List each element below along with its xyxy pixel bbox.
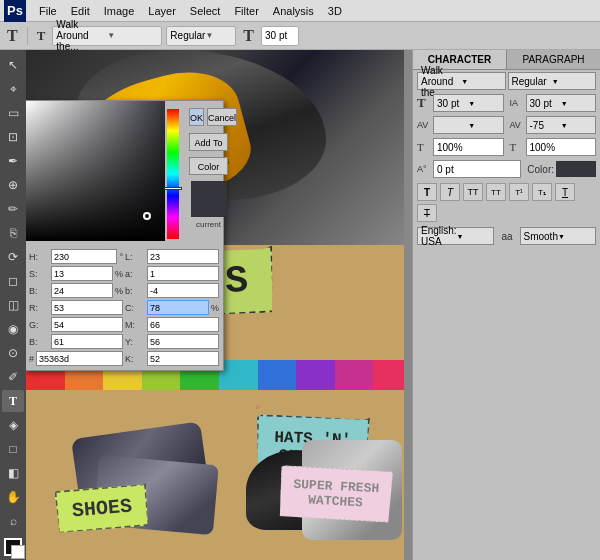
s-value[interactable]: 13 <box>51 266 113 281</box>
b3-value[interactable]: -4 <box>147 283 219 298</box>
sep1 <box>27 27 28 45</box>
menu-3d[interactable]: 3D <box>321 3 349 19</box>
tool-pen[interactable]: ✐ <box>2 366 24 388</box>
rp-aa-select[interactable]: Smooth ▼ <box>520 227 597 245</box>
sat-row: S: 13 % <box>29 266 123 281</box>
a-label: a: <box>125 269 145 279</box>
tool-clone[interactable]: ⎘ <box>2 222 24 244</box>
tool-move[interactable]: ↖ <box>2 54 24 76</box>
r-value[interactable]: 53 <box>51 300 123 315</box>
rp-tracking-select[interactable]: -75 ▼ <box>526 116 597 134</box>
tool-shape[interactable]: □ <box>2 438 24 460</box>
right-panel: CHARACTER PARAGRAPH Walk Around the... ▼… <box>412 50 600 560</box>
style-bold-btn[interactable]: T <box>417 183 437 201</box>
strip-color-item <box>335 360 374 390</box>
y-value[interactable]: 56 <box>147 334 219 349</box>
font-size-field[interactable]: 30 pt <box>261 26 299 46</box>
k-label: K: <box>125 354 145 364</box>
menu-image[interactable]: Image <box>97 3 142 19</box>
rp-kerning-select[interactable]: ▼ <box>433 116 504 134</box>
tool-eraser[interactable]: ◻ <box>2 270 24 292</box>
l-value[interactable]: 23 <box>147 249 219 264</box>
tool-history[interactable]: ⟳ <box>2 246 24 268</box>
rp-size-select[interactable]: 30 pt ▼ <box>433 94 504 112</box>
color-libraries-button[interactable]: Color Libraries <box>189 157 228 175</box>
aa-label: aa <box>502 231 516 242</box>
tool-heal[interactable]: ⊕ <box>2 174 24 196</box>
rp-language-select[interactable]: English: USA ▼ <box>417 227 494 245</box>
rp-font-family-select[interactable]: Walk Around the... ▼ <box>417 72 506 90</box>
h-value[interactable]: 230 <box>51 249 117 264</box>
style-italic-btn[interactable]: T <box>440 183 460 201</box>
style-underline-btn[interactable]: T <box>555 183 575 201</box>
rp-font-style-select[interactable]: Regular ▼ <box>508 72 597 90</box>
background-color[interactable] <box>11 545 25 559</box>
tool-dodge[interactable]: ⊙ <box>2 342 24 364</box>
menu-select[interactable]: Select <box>183 3 228 19</box>
g-label: G: <box>29 320 49 330</box>
style-strike-btn[interactable]: T <box>417 204 437 222</box>
text-tool-icon[interactable]: T <box>4 27 21 45</box>
tool-eyedropper[interactable]: ✒ <box>2 150 24 172</box>
tool-brush[interactable]: ✏ <box>2 198 24 220</box>
tracking-icon: AV <box>510 120 524 130</box>
rp-baseline-field[interactable]: 0 pt <box>433 160 521 178</box>
g-value[interactable]: 54 <box>51 317 123 332</box>
color-picker-dialog: OK Cancel Add To Swatches Color Librarie… <box>26 100 224 371</box>
style-super-btn[interactable]: T¹ <box>509 183 529 201</box>
rp-style-row: T T TT TT T¹ T₁ T T <box>413 180 600 225</box>
tab-paragraph[interactable]: PARAGRAPH <box>507 50 600 69</box>
tool-marquee[interactable]: ▭ <box>2 102 24 124</box>
style-allcaps-btn[interactable]: TT <box>463 183 483 201</box>
cancel-button[interactable]: Cancel <box>207 108 237 126</box>
b-value[interactable]: 24 <box>51 283 113 298</box>
k-row: K: 52 <box>125 351 219 366</box>
c-value[interactable]: 78 <box>147 300 209 315</box>
cp-gradient[interactable] <box>26 101 165 241</box>
b3-row: b: -4 <box>125 283 219 298</box>
tool-3d[interactable]: ◧ <box>2 462 24 484</box>
canvas-scrollbar[interactable] <box>404 50 412 560</box>
rp-size-row: T 30 pt ▼ IA 30 pt ▼ <box>413 92 600 114</box>
menu-edit[interactable]: Edit <box>64 3 97 19</box>
hex-value[interactable]: 35363d <box>36 351 123 366</box>
b2-value[interactable]: 61 <box>51 334 123 349</box>
menu-filter[interactable]: Filter <box>227 3 265 19</box>
font-style-arrow: ▼ <box>205 31 232 40</box>
tool-crop[interactable]: ⊡ <box>2 126 24 148</box>
b2-label: B: <box>29 337 49 347</box>
tool-path[interactable]: ◈ <box>2 414 24 436</box>
menu-file[interactable]: File <box>32 3 64 19</box>
ok-button[interactable]: OK <box>189 108 204 126</box>
font-family-select[interactable]: Walk Around the... ▼ <box>52 26 162 46</box>
tool-gradient[interactable]: ◫ <box>2 294 24 316</box>
tool-text[interactable]: T <box>2 390 24 412</box>
cp-hue-bar[interactable] <box>167 109 179 239</box>
rp-scale-v-field[interactable]: 100% <box>526 138 597 156</box>
k-value[interactable]: 52 <box>147 351 219 366</box>
tool-zoom[interactable]: ⌕ <box>2 510 24 532</box>
tool-lasso[interactable]: ⌖ <box>2 78 24 100</box>
rp-kern-row: AV ▼ AV -75 ▼ <box>413 114 600 136</box>
rp-scale-h-field[interactable]: 100% <box>433 138 504 156</box>
bright-row: B: 24 % <box>29 283 123 298</box>
foreground-color[interactable] <box>4 538 22 556</box>
b-unit: % <box>115 286 123 296</box>
style-smallcaps-btn[interactable]: TT <box>486 183 506 201</box>
a-value[interactable]: 1 <box>147 266 219 281</box>
text-orientation-icon[interactable]: T <box>34 28 49 44</box>
menu-layer[interactable]: Layer <box>141 3 183 19</box>
canvas-area[interactable]: SHOES SHOES HATS 'N'GLASSES SUPER FRESHW… <box>26 50 412 560</box>
font-style-select[interactable]: Regular ▼ <box>166 26 236 46</box>
add-to-swatches-button[interactable]: Add To Swatches <box>189 133 228 151</box>
color-swatch[interactable] <box>556 161 596 177</box>
cp-right: OK Cancel Add To Swatches Color Librarie… <box>181 101 236 247</box>
font-family-arrow: ▼ <box>461 78 501 85</box>
m-row: M: 66 <box>125 317 219 332</box>
m-value[interactable]: 66 <box>147 317 219 332</box>
tool-hand[interactable]: ✋ <box>2 486 24 508</box>
tool-blur[interactable]: ◉ <box>2 318 24 340</box>
menu-analysis[interactable]: Analysis <box>266 3 321 19</box>
style-sub-btn[interactable]: T₁ <box>532 183 552 201</box>
rp-leading-select[interactable]: 30 pt ▼ <box>526 94 597 112</box>
